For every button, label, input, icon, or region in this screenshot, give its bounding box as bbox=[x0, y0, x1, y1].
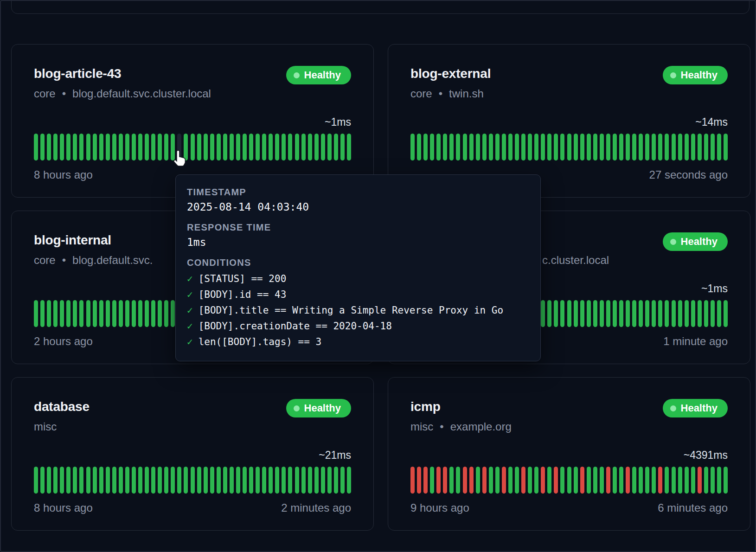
uptime-bar[interactable] bbox=[93, 134, 97, 160]
uptime-bar[interactable] bbox=[340, 134, 345, 160]
uptime-bar[interactable] bbox=[645, 300, 649, 327]
uptime-bar[interactable] bbox=[249, 467, 253, 494]
uptime-bar[interactable] bbox=[164, 467, 168, 494]
uptime-bar[interactable] bbox=[125, 467, 129, 494]
uptime-bar[interactable] bbox=[177, 134, 181, 160]
uptime-bar[interactable] bbox=[151, 467, 155, 494]
uptime-bar[interactable] bbox=[282, 134, 286, 160]
uptime-bar[interactable] bbox=[60, 134, 64, 160]
uptime-bar[interactable] bbox=[269, 467, 273, 494]
uptime-bar[interactable] bbox=[534, 134, 538, 160]
uptime-bar[interactable] bbox=[40, 134, 45, 160]
uptime-bar[interactable] bbox=[417, 134, 421, 160]
uptime-bar[interactable] bbox=[132, 134, 136, 160]
uptime-bar[interactable] bbox=[645, 134, 649, 160]
uptime-bar[interactable] bbox=[295, 467, 299, 494]
uptime-bar[interactable] bbox=[327, 134, 332, 160]
uptime-bar[interactable] bbox=[613, 467, 617, 494]
uptime-bar[interactable] bbox=[151, 134, 155, 160]
uptime-bar[interactable] bbox=[40, 300, 45, 327]
uptime-bar[interactable] bbox=[79, 300, 83, 327]
uptime-bar[interactable] bbox=[554, 300, 558, 327]
uptime-bar[interactable] bbox=[717, 467, 721, 494]
uptime-bar[interactable] bbox=[99, 134, 103, 160]
uptime-bar[interactable] bbox=[34, 300, 38, 327]
uptime-bar[interactable] bbox=[567, 467, 571, 494]
uptime-bar[interactable] bbox=[106, 467, 110, 494]
uptime-bar[interactable] bbox=[547, 134, 551, 160]
uptime-bar[interactable] bbox=[534, 467, 538, 494]
uptime-bar[interactable] bbox=[347, 467, 351, 494]
uptime-bar[interactable] bbox=[177, 467, 181, 494]
uptime-bar[interactable] bbox=[288, 134, 292, 160]
uptime-bar[interactable] bbox=[223, 134, 227, 160]
uptime-bar[interactable] bbox=[626, 134, 630, 160]
uptime-bar[interactable] bbox=[521, 467, 525, 494]
uptime-bar[interactable] bbox=[652, 467, 656, 494]
uptime-bar[interactable] bbox=[217, 134, 221, 160]
uptime-bar[interactable] bbox=[528, 134, 532, 160]
uptime-bar[interactable] bbox=[112, 134, 116, 160]
uptime-bar[interactable] bbox=[301, 134, 306, 160]
uptime-bar[interactable] bbox=[560, 467, 564, 494]
uptime-bar[interactable] bbox=[482, 467, 487, 494]
uptime-bar[interactable] bbox=[269, 134, 273, 160]
uptime-bar[interactable] bbox=[132, 467, 136, 494]
uptime-bar[interactable] bbox=[93, 300, 97, 327]
uptime-bar[interactable] bbox=[521, 134, 525, 160]
uptime-bar[interactable] bbox=[508, 467, 513, 494]
uptime-bar[interactable] bbox=[574, 467, 578, 494]
uptime-bar[interactable] bbox=[476, 134, 480, 160]
uptime-bar[interactable] bbox=[243, 134, 247, 160]
uptime-bar[interactable] bbox=[724, 134, 728, 160]
uptime-bar[interactable] bbox=[698, 134, 702, 160]
uptime-bar[interactable] bbox=[554, 134, 558, 160]
uptime-bar[interactable] bbox=[658, 300, 662, 327]
uptime-bar[interactable] bbox=[613, 134, 617, 160]
uptime-bar[interactable] bbox=[574, 134, 578, 160]
uptime-bar[interactable] bbox=[145, 134, 149, 160]
uptime-bar[interactable] bbox=[417, 467, 421, 494]
uptime-bar[interactable] bbox=[145, 300, 149, 327]
uptime-bar[interactable] bbox=[191, 467, 195, 494]
uptime-bar[interactable] bbox=[423, 467, 428, 494]
uptime-bar[interactable] bbox=[632, 300, 636, 327]
uptime-bar[interactable] bbox=[40, 467, 45, 494]
uptime-bar[interactable] bbox=[580, 134, 584, 160]
uptime-bar[interactable] bbox=[314, 134, 319, 160]
uptime-bar[interactable] bbox=[410, 134, 415, 160]
uptime-bar[interactable] bbox=[515, 467, 519, 494]
uptime-bar[interactable] bbox=[704, 300, 708, 327]
uptime-bar[interactable] bbox=[347, 134, 351, 160]
uptime-bar[interactable] bbox=[567, 300, 571, 327]
uptime-bar[interactable] bbox=[587, 467, 591, 494]
uptime-bar[interactable] bbox=[230, 134, 234, 160]
uptime-bar[interactable] bbox=[73, 134, 77, 160]
uptime-bar[interactable] bbox=[66, 134, 70, 160]
uptime-bar[interactable] bbox=[151, 300, 155, 327]
uptime-bar[interactable] bbox=[724, 300, 728, 327]
uptime-bar[interactable] bbox=[106, 300, 110, 327]
uptime-bar[interactable] bbox=[236, 467, 240, 494]
uptime-bar[interactable] bbox=[73, 467, 77, 494]
uptime-bar[interactable] bbox=[469, 134, 474, 160]
uptime-bar[interactable] bbox=[600, 134, 604, 160]
uptime-bar[interactable] bbox=[430, 134, 434, 160]
uptime-bar[interactable] bbox=[619, 467, 623, 494]
uptime-bar[interactable] bbox=[632, 467, 636, 494]
uptime-bar[interactable] bbox=[86, 300, 90, 327]
uptime-bar[interactable] bbox=[308, 467, 312, 494]
card-icmp[interactable]: icmp misc • example.org Healthy ~4391ms … bbox=[388, 377, 750, 531]
uptime-bar[interactable] bbox=[652, 134, 656, 160]
uptime-bar[interactable] bbox=[243, 467, 247, 494]
uptime-bar[interactable] bbox=[99, 467, 103, 494]
uptime-bar[interactable] bbox=[580, 467, 584, 494]
uptime-bar[interactable] bbox=[711, 134, 715, 160]
uptime-bar[interactable] bbox=[652, 300, 656, 327]
uptime-bar[interactable] bbox=[502, 467, 506, 494]
uptime-bar[interactable] bbox=[184, 134, 188, 160]
uptime-bar[interactable] bbox=[288, 467, 292, 494]
uptime-bar[interactable] bbox=[184, 467, 188, 494]
uptime-bar[interactable] bbox=[164, 300, 168, 327]
uptime-bar[interactable] bbox=[711, 467, 715, 494]
